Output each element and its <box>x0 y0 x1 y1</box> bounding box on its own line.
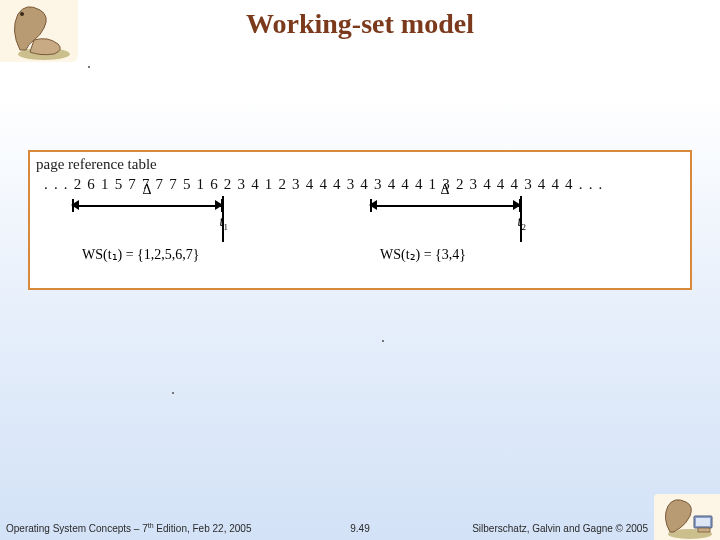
diagram-container: page reference table . . . 2 6 1 5 7 7 7… <box>28 150 692 290</box>
stray-dot <box>88 66 90 68</box>
svg-rect-5 <box>698 528 710 532</box>
footer-page-number: 9.49 <box>350 523 369 534</box>
window-2: Δ t2 <box>370 196 520 214</box>
reference-string: . . . 2 6 1 5 7 7 7 7 5 1 6 2 3 4 1 2 3 … <box>44 176 604 193</box>
page-reference-label: page reference table <box>36 156 157 173</box>
delta-symbol: Δ <box>142 182 151 198</box>
working-set-1: WS(t₁) = {1,2,5,6,7} <box>82 246 200 263</box>
footer-left: Operating System Concepts – 7th Edition,… <box>6 522 251 534</box>
t1-marker-line <box>222 196 224 242</box>
footer-right: Silberschatz, Galvin and Gagne © 2005 <box>472 523 648 534</box>
t1-label: t1 <box>220 214 228 232</box>
working-set-2: WS(t₂) = {3,4} <box>380 246 466 263</box>
slide-title: Working-set model <box>0 8 720 40</box>
t2-label: t2 <box>518 214 526 232</box>
stray-dot <box>172 392 174 394</box>
window-1: Δ t1 <box>72 196 222 214</box>
svg-rect-4 <box>696 518 710 526</box>
delta-symbol: Δ <box>440 182 449 198</box>
t2-marker-line <box>520 196 522 242</box>
slide-logo-bottom <box>654 494 720 540</box>
slide-footer: Operating System Concepts – 7th Edition,… <box>0 514 720 540</box>
stray-dot <box>382 340 384 342</box>
